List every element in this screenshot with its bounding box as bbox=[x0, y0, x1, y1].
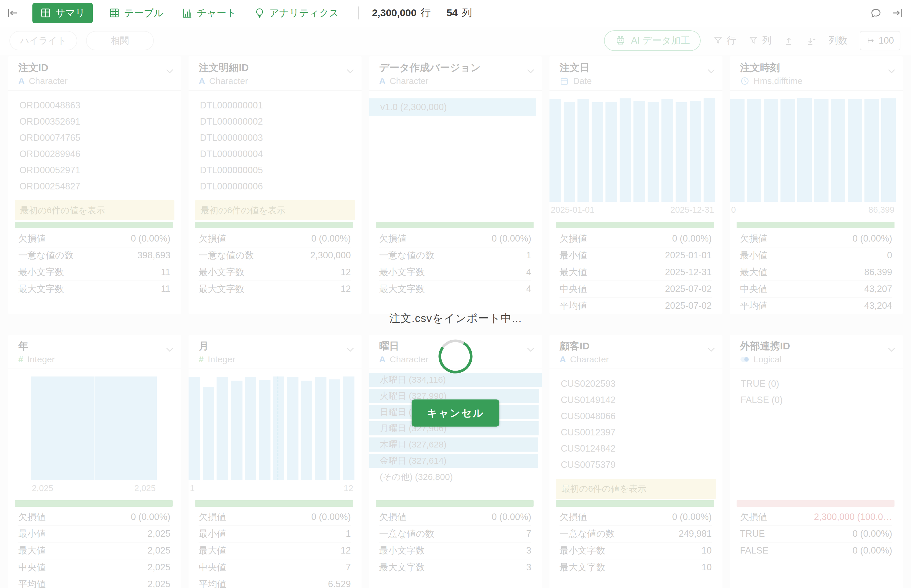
collapse-right-icon[interactable] bbox=[891, 7, 903, 19]
table-icon bbox=[109, 7, 120, 19]
tab-label: サマリ bbox=[55, 6, 85, 20]
import-status-text: 注文.csvをインポート中... bbox=[0, 311, 911, 326]
tab-チャート[interactable]: チャート bbox=[180, 3, 238, 23]
tab-label: テーブル bbox=[124, 6, 163, 20]
view-tabs: サマリテーブルチャートアナリティクス bbox=[32, 3, 341, 23]
column-count: 54 bbox=[447, 7, 458, 19]
tab-テーブル[interactable]: テーブル bbox=[107, 3, 165, 23]
loading-dim-overlay bbox=[0, 26, 911, 588]
row-unit: 行 bbox=[421, 6, 431, 20]
row-count: 2,300,000 bbox=[372, 7, 416, 19]
divider bbox=[358, 6, 359, 19]
tab-label: アナリティクス bbox=[269, 6, 339, 20]
cancel-button[interactable]: キャンセル bbox=[412, 399, 499, 426]
tab-サマリ[interactable]: サマリ bbox=[32, 3, 93, 23]
dataset-counts: 2,300,000 行 54 列 bbox=[372, 6, 472, 20]
loading-spinner-icon bbox=[437, 338, 474, 375]
comment-icon[interactable] bbox=[870, 7, 882, 19]
collapse-left-icon[interactable] bbox=[6, 7, 19, 19]
lightbulb-icon bbox=[254, 7, 265, 19]
top-bar: サマリテーブルチャートアナリティクス 2,300,000 行 54 列 bbox=[0, 0, 911, 26]
summary-grid-icon bbox=[40, 7, 51, 19]
chart-icon bbox=[181, 7, 193, 19]
tab-label: チャート bbox=[197, 6, 236, 20]
tab-アナリティクス[interactable]: アナリティクス bbox=[252, 3, 341, 23]
column-unit: 列 bbox=[462, 6, 472, 20]
